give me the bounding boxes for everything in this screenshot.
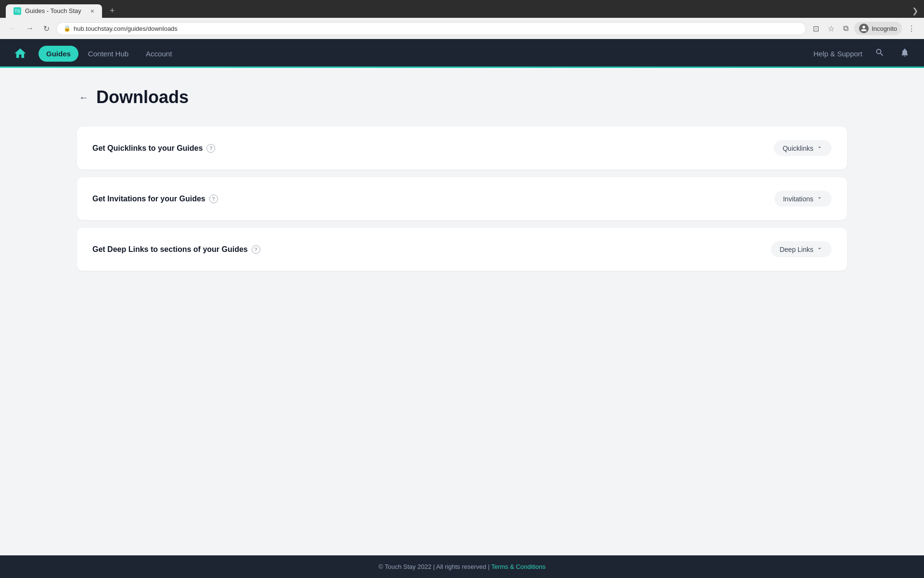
tab-title: Guides - Touch Stay — [25, 7, 81, 14]
notification-icon[interactable] — [897, 45, 912, 63]
incognito-avatar — [859, 24, 869, 33]
toolbar-actions: ⊡ ☆ ⧉ Incognito ⋮ — [810, 22, 918, 35]
nav-items: Guides Content Hub Account — [38, 46, 180, 62]
main-content: ← Downloads Get Quicklinks to your Guide… — [0, 68, 924, 555]
split-screen-icon[interactable]: ⧉ — [840, 22, 851, 35]
deeplinks-title: Get Deep Links to sections of your Guide… — [92, 245, 260, 254]
browser-chrome: TS Guides - Touch Stay × + ❯ — [0, 0, 924, 18]
deeplinks-card: Get Deep Links to sections of your Guide… — [77, 228, 847, 271]
lock-icon: 🔒 — [64, 25, 71, 32]
deeplinks-chevron — [816, 245, 823, 253]
more-options-icon[interactable]: ⋮ — [905, 22, 918, 35]
reload-btn[interactable]: ↻ — [40, 22, 52, 35]
nav-item-guides[interactable]: Guides — [38, 46, 78, 62]
forward-nav-btn[interactable]: → — [23, 22, 37, 35]
page-header: ← Downloads — [77, 87, 847, 107]
app-wrapper: Guides Content Hub Account Help & Suppor… — [0, 39, 924, 578]
browser-tab[interactable]: TS Guides - Touch Stay × — [6, 4, 102, 18]
tab-close-btn[interactable]: × — [90, 7, 94, 15]
quicklinks-btn[interactable]: Quicklinks — [774, 140, 832, 156]
cast-icon[interactable]: ⊡ — [810, 22, 822, 35]
invitations-btn[interactable]: Invitations — [774, 191, 832, 207]
terms-link[interactable]: Terms & Conditions — [491, 563, 546, 570]
quicklinks-help-icon[interactable]: ? — [206, 144, 215, 153]
page-title: Downloads — [96, 87, 189, 107]
tab-more-btn[interactable]: ❯ — [912, 6, 918, 15]
incognito-btn[interactable]: Incognito — [854, 22, 902, 35]
browser-toolbar: ← → ↻ 🔒 hub.touchstay.com/guides/downloa… — [0, 18, 924, 39]
quicklinks-chevron — [816, 144, 823, 152]
bookmark-icon[interactable]: ☆ — [825, 22, 837, 35]
search-icon[interactable] — [872, 45, 887, 63]
back-nav-btn[interactable]: ← — [6, 22, 19, 35]
url-text: hub.touchstay.com/guides/downloads — [74, 25, 799, 32]
back-btn[interactable]: ← — [77, 90, 90, 105]
quicklinks-title: Get Quicklinks to your Guides ? — [92, 144, 215, 153]
deeplinks-help-icon[interactable]: ? — [252, 245, 260, 254]
address-bar[interactable]: 🔒 hub.touchstay.com/guides/downloads — [56, 22, 806, 35]
tab-favicon: TS — [13, 7, 21, 15]
help-support-link[interactable]: Help & Support — [813, 50, 862, 58]
footer: © Touch Stay 2022 | All rights reserved … — [0, 555, 924, 578]
quicklinks-card: Get Quicklinks to your Guides ? Quicklin… — [77, 127, 847, 170]
invitations-chevron — [816, 195, 823, 203]
footer-copyright: © Touch Stay 2022 | All rights reserved … — [379, 563, 490, 570]
invitations-card: Get Invitations for your Guides ? Invita… — [77, 177, 847, 220]
deeplinks-btn[interactable]: Deep Links — [771, 241, 832, 257]
invitations-help-icon[interactable]: ? — [209, 195, 218, 203]
nav-right: Help & Support — [813, 45, 912, 63]
incognito-label: Incognito — [872, 25, 897, 32]
invitations-title: Get Invitations for your Guides ? — [92, 195, 218, 203]
nav-item-content-hub[interactable]: Content Hub — [80, 46, 136, 62]
cards-container: Get Quicklinks to your Guides ? Quicklin… — [77, 127, 847, 271]
nav-item-account[interactable]: Account — [138, 46, 180, 62]
top-nav: Guides Content Hub Account Help & Suppor… — [0, 39, 924, 68]
new-tab-btn[interactable]: + — [106, 4, 119, 18]
nav-logo — [12, 45, 29, 62]
